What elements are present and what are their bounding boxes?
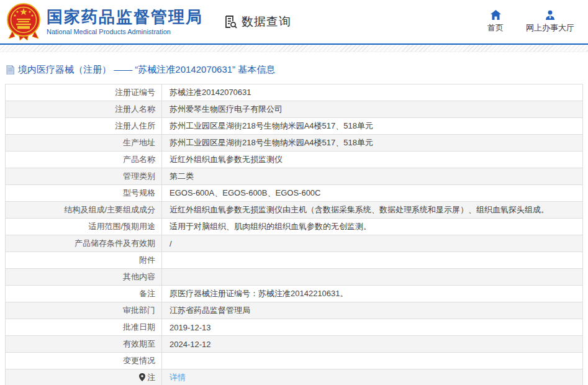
row-label: 产品名称 bbox=[6, 152, 162, 168]
table-row: 有效期至 2024-12-12 bbox=[6, 336, 583, 353]
row-label: 批准日期 bbox=[6, 319, 162, 336]
row-value bbox=[162, 252, 583, 269]
site-logo: 国家药品监督管理局 National Medical Products Admi… bbox=[6, 2, 203, 41]
row-value: 第二类 bbox=[162, 168, 583, 185]
table-row: 结构及组成/主要组成成分 近红外组织血氧参数无损监测仪由主机（含数据采集系统、数… bbox=[6, 202, 583, 219]
row-value: 近红外组织血氧参数无损监测仪由主机（含数据采集系统、数据处理系统和显示屏）、组织… bbox=[162, 202, 583, 219]
nav-home[interactable]: 首页 bbox=[487, 10, 504, 34]
data-query-label: 数据查询 bbox=[242, 14, 291, 30]
row-value: / bbox=[162, 235, 583, 252]
document-search-icon bbox=[223, 14, 238, 29]
person-icon bbox=[545, 10, 555, 20]
row-value: 原医疗器械注册证编号：苏械注准20142210631。 bbox=[162, 286, 583, 302]
row-label-text: 注 bbox=[147, 372, 155, 383]
page-title: 境内医疗器械（注册） —— “苏械注准20142070631” 基本信息 bbox=[6, 64, 583, 76]
row-label: 注册人住所 bbox=[6, 118, 162, 135]
row-value bbox=[162, 353, 583, 369]
table-row: 注册人住所 苏州工业园区星湖街218号生物纳米园A4楼517、518单元 bbox=[6, 118, 583, 135]
table-row: 产品名称 近红外组织血氧参数无损监测仪 bbox=[6, 152, 583, 168]
nav-service-hall[interactable]: 网上办事大厅 bbox=[526, 10, 574, 34]
row-value: 2019-12-13 bbox=[162, 319, 583, 336]
table-row-note: 注 详情 bbox=[6, 369, 583, 385]
row-label: 产品储存条件及有效期 bbox=[6, 235, 162, 252]
nav-service-hall-label: 网上办事大厅 bbox=[526, 22, 574, 34]
page-title-text: 境内医疗器械（注册） —— “苏械注准20142070631” 基本信息 bbox=[18, 64, 275, 76]
table-row: 型号规格 EGOS-600A、EGOS-600B、EGOS-600C bbox=[6, 185, 583, 202]
row-label: 适用范围/预期用途 bbox=[6, 219, 162, 235]
table-row: 管理类别 第二类 bbox=[6, 168, 583, 185]
row-label: 注册人名称 bbox=[6, 101, 162, 118]
logo-title: 国家药品监督管理局 bbox=[47, 8, 203, 27]
data-query-heading: 数据查询 bbox=[223, 14, 291, 30]
row-label: 结构及组成/主要组成成分 bbox=[6, 202, 162, 219]
table-row: 变更情况 bbox=[6, 353, 583, 369]
row-label: 有效期至 bbox=[6, 336, 162, 353]
document-icon bbox=[6, 65, 14, 75]
table-row: 适用范围/预期用途 适用于对脑组织、肌肉组织的组织血氧参数的无创监测。 bbox=[6, 219, 583, 235]
table-row: 其他内容 bbox=[6, 269, 583, 286]
main-content: 境内医疗器械（注册） —— “苏械注准20142070631” 基本信息 注册证… bbox=[0, 52, 588, 385]
row-value bbox=[162, 269, 583, 286]
row-label: 变更情况 bbox=[6, 353, 162, 369]
row-label: 管理类别 bbox=[6, 168, 162, 185]
hatch-band bbox=[0, 45, 588, 52]
row-label: 附件 bbox=[6, 252, 162, 269]
row-label: 备注 bbox=[6, 286, 162, 302]
row-label: 其他内容 bbox=[6, 269, 162, 286]
table-row: 产品储存条件及有效期 / bbox=[6, 235, 583, 252]
row-label: 型号规格 bbox=[6, 185, 162, 202]
table-row: 审批部门 江苏省药品监督管理局 bbox=[6, 302, 583, 319]
row-label: 注册证编号 bbox=[6, 84, 162, 101]
site-header: 国家药品监督管理局 National Medical Products Admi… bbox=[0, 0, 588, 43]
row-value: 详情 bbox=[162, 369, 583, 385]
table-row: 批准日期 2019-12-13 bbox=[6, 319, 583, 336]
header-nav: 首页 网上办事大厅 bbox=[487, 10, 574, 34]
table-row: 注册人名称 苏州爱琴生物医疗电子有限公司 bbox=[6, 101, 583, 118]
row-value: 苏州工业园区星湖街218号生物纳米园A4楼517、518单元 bbox=[162, 135, 583, 152]
table-row: 附件 bbox=[6, 252, 583, 269]
logo-subtitle: National Medical Products Administration bbox=[47, 28, 203, 35]
row-value: 苏州工业园区星湖街218号生物纳米园A4楼517、518单元 bbox=[162, 118, 583, 135]
nav-home-label: 首页 bbox=[487, 22, 504, 34]
row-value: 2024-12-12 bbox=[162, 336, 583, 353]
row-value: EGOS-600A、EGOS-600B、EGOS-600C bbox=[162, 185, 583, 202]
row-value: 近红外组织血氧参数无损监测仪 bbox=[162, 152, 583, 168]
row-value: 适用于对脑组织、肌肉组织的组织血氧参数的无创监测。 bbox=[162, 219, 583, 235]
row-value: 苏械注准20142070631 bbox=[162, 84, 583, 101]
national-emblem-icon bbox=[6, 2, 41, 41]
home-icon bbox=[491, 10, 501, 20]
row-label: 注 bbox=[6, 369, 162, 385]
row-label: 审批部门 bbox=[6, 302, 162, 319]
row-label: 生产地址 bbox=[6, 135, 162, 152]
table-row: 备注 原医疗器械注册证编号：苏械注准20142210631。 bbox=[6, 286, 583, 302]
row-value: 苏州爱琴生物医疗电子有限公司 bbox=[162, 101, 583, 118]
table-row: 生产地址 苏州工业园区星湖街218号生物纳米园A4楼517、518单元 bbox=[6, 135, 583, 152]
registration-info-table: 注册证编号 苏械注准20142070631 注册人名称 苏州爱琴生物医疗电子有限… bbox=[5, 84, 583, 385]
table-row: 注册证编号 苏械注准20142070631 bbox=[6, 84, 583, 101]
pin-icon bbox=[139, 373, 145, 381]
details-link[interactable]: 详情 bbox=[170, 373, 186, 382]
row-value: 江苏省药品监督管理局 bbox=[162, 302, 583, 319]
